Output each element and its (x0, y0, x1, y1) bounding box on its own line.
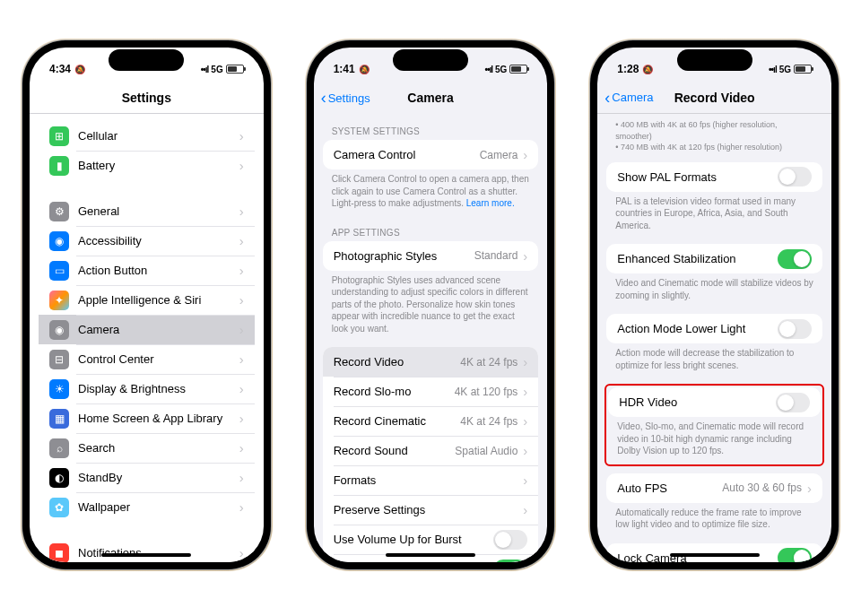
row-action-mode-low-light[interactable]: Action Mode Lower Light (606, 314, 822, 343)
row-volume-burst[interactable]: Use Volume Up for Burst (323, 525, 539, 554)
row-general[interactable]: ⚙General› (39, 196, 255, 226)
notifications-icon: ◼ (49, 543, 69, 563)
battery-icon (509, 65, 527, 74)
navbar: ‹Camera Record Video (597, 82, 831, 114)
signal-icon: ••ıl (769, 65, 777, 74)
row-accessibility[interactable]: ◉Accessibility› (39, 226, 255, 256)
chevron-right-icon: › (239, 158, 244, 173)
navbar: Settings (30, 82, 264, 114)
chevron-right-icon: › (239, 351, 244, 367)
toggle-hdr-video[interactable] (776, 393, 810, 412)
silent-icon: 🔕 (642, 65, 653, 74)
row-show-pal[interactable]: Show PAL Formats (606, 162, 822, 192)
home-screen-icon: ▦ (49, 409, 69, 429)
chevron-left-icon: ‹ (604, 90, 610, 106)
chevron-right-icon: › (523, 443, 527, 458)
back-button[interactable]: ‹Camera (604, 90, 653, 106)
footer-hdr: Video, Slo-mo, and Cinematic mode will r… (606, 417, 822, 463)
footer-auto-fps: Automatically reduce the frame rate to i… (597, 503, 831, 536)
home-indicator[interactable] (101, 553, 191, 557)
chevron-right-icon: › (239, 128, 244, 143)
row-control-center[interactable]: ⊟Control Center› (39, 344, 255, 374)
network-label: 5G (211, 65, 222, 74)
row-search[interactable]: ⌕Search› (39, 433, 255, 463)
phone-settings: 4:34🔕 ••ıl5G Settings ⊞Cellular› ▮Batter… (22, 40, 271, 569)
section-system-settings: SYSTEM SETTINGS (314, 114, 548, 140)
row-cellular[interactable]: ⊞Cellular› (39, 121, 255, 151)
row-preserve-settings[interactable]: Preserve Settings› (323, 495, 539, 525)
section-app-settings: APP SETTINGS (314, 215, 548, 241)
silent-icon: 🔕 (74, 65, 85, 74)
toggle-lock-camera[interactable] (778, 548, 812, 562)
navbar: ‹Settings Camera (314, 82, 548, 114)
file-size-bullets: • 400 MB with 4K at 60 fps (higher resol… (597, 114, 831, 162)
page-title: Camera (407, 91, 453, 105)
control-center-icon: ⊟ (49, 350, 69, 369)
chevron-left-icon: ‹ (321, 90, 326, 106)
row-record-slomo[interactable]: Record Slo-mo4K at 120 fps› (323, 377, 539, 406)
row-battery[interactable]: ▮Battery› (39, 151, 255, 180)
row-record-video[interactable]: Record Video4K at 24 fps› (323, 347, 539, 377)
chevron-right-icon: › (239, 499, 244, 515)
row-auto-fps[interactable]: Auto FPSAuto 30 & 60 fps› (606, 473, 822, 503)
row-notifications[interactable]: ◼Notifications› (39, 538, 255, 562)
chevron-right-icon: › (239, 545, 244, 560)
notch (677, 49, 752, 71)
battery-icon (226, 65, 244, 74)
row-hdr-video[interactable]: HDR Video (608, 387, 821, 417)
apple-intelligence-icon: ✦ (49, 291, 69, 310)
chevron-right-icon: › (523, 413, 527, 429)
footer-camera-control: Click Camera Control to open a camera ap… (314, 169, 548, 215)
chevron-right-icon: › (239, 292, 244, 308)
row-wallpaper[interactable]: ✿Wallpaper› (39, 492, 255, 522)
chevron-right-icon: › (239, 411, 244, 426)
chevron-right-icon: › (523, 147, 527, 162)
row-display[interactable]: ☀Display & Brightness› (39, 374, 255, 403)
row-apple-intelligence[interactable]: ✦Apple Intelligence & Siri› (39, 285, 255, 315)
chevron-right-icon: › (239, 322, 244, 337)
signal-icon: ••ıl (201, 65, 209, 74)
toggle-scan-qr[interactable] (493, 560, 527, 563)
toggle-volume-burst[interactable] (493, 530, 527, 550)
battery-settings-icon: ▮ (49, 156, 69, 176)
row-enhanced-stabilization[interactable]: Enhanced Stabilization (606, 244, 822, 273)
wallpaper-icon: ✿ (49, 498, 69, 517)
row-camera[interactable]: ◉Camera› (39, 315, 255, 344)
row-standby[interactable]: ◐StandBy› (39, 463, 255, 492)
row-record-sound[interactable]: Record SoundSpatial Audio› (323, 436, 539, 465)
chevron-right-icon: › (239, 440, 244, 455)
notch (109, 49, 184, 71)
back-button[interactable]: ‹Settings (321, 90, 370, 106)
toggle-stabilization[interactable] (778, 249, 812, 269)
status-time: 4:34 (49, 63, 71, 75)
home-indicator[interactable] (670, 553, 760, 557)
page-title: Record Video (674, 91, 755, 105)
row-record-cinematic[interactable]: Record Cinematic4K at 24 fps› (323, 406, 539, 436)
chevron-right-icon: › (239, 233, 244, 248)
home-indicator[interactable] (386, 553, 475, 557)
chevron-right-icon: › (523, 248, 527, 264)
footer-photo-styles: Photographic Styles uses advanced scene … (314, 271, 548, 341)
row-camera-control[interactable]: Camera ControlCamera› (323, 140, 539, 169)
toggle-pal[interactable] (778, 167, 812, 187)
chevron-right-icon: › (239, 470, 244, 485)
chevron-right-icon: › (523, 384, 527, 399)
action-button-icon: ▭ (49, 261, 69, 281)
chevron-right-icon: › (523, 473, 527, 488)
battery-icon (794, 65, 812, 74)
phone-camera-settings: 1:41🔕 ••ıl5G ‹Settings Camera SYSTEM SET… (307, 40, 555, 569)
row-photographic-styles[interactable]: Photographic StylesStandard› (323, 241, 539, 271)
chevron-right-icon: › (239, 204, 244, 219)
row-home-screen[interactable]: ▦Home Screen & App Library› (39, 403, 255, 433)
camera-icon: ◉ (49, 320, 69, 340)
learn-more-link[interactable]: Learn more. (466, 198, 515, 208)
cellular-icon: ⊞ (49, 126, 69, 146)
row-formats[interactable]: Formats› (323, 465, 539, 495)
toggle-action-low-light[interactable] (778, 319, 812, 339)
network-label: 5G (779, 65, 791, 74)
chevron-right-icon: › (239, 381, 244, 396)
chevron-right-icon: › (523, 354, 527, 369)
status-time: 1:28 (617, 63, 639, 75)
row-action-button[interactable]: ▭Action Button› (39, 256, 255, 285)
gear-icon: ⚙ (49, 202, 69, 221)
